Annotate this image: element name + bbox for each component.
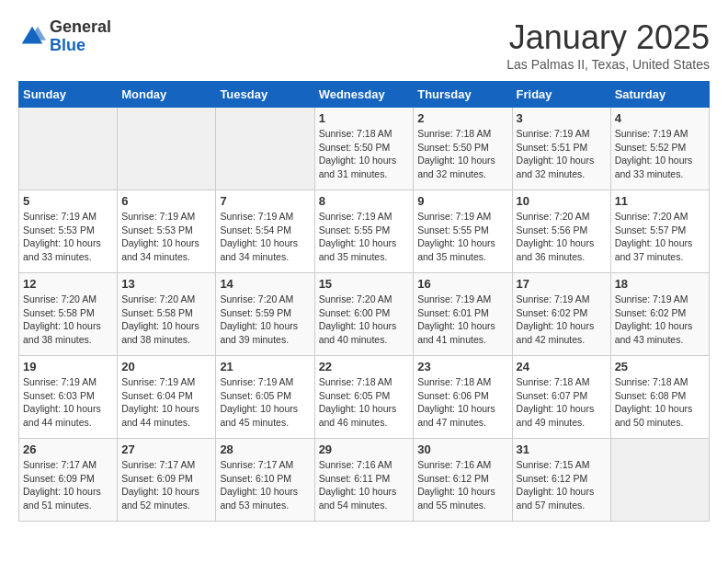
calendar-week-row: 12Sunrise: 7:20 AMSunset: 5:58 PMDayligh…: [19, 273, 710, 356]
day-info: Sunrise: 7:15 AMSunset: 6:12 PMDaylight:…: [517, 458, 607, 512]
calendar-week-row: 1Sunrise: 7:18 AMSunset: 5:50 PMDaylight…: [19, 108, 710, 190]
calendar-title: January 2025: [506, 18, 710, 57]
day-info: Sunrise: 7:19 AMSunset: 6:03 PMDaylight:…: [23, 375, 113, 430]
calendar-day-cell: 31Sunrise: 7:15 AMSunset: 6:12 PMDayligh…: [512, 439, 610, 522]
day-number: 19: [23, 360, 113, 373]
calendar-day-cell: 7Sunrise: 7:19 AMSunset: 5:54 PMDaylight…: [216, 190, 314, 273]
weekday-header: Monday: [118, 82, 216, 108]
calendar-day-cell: 1Sunrise: 7:18 AMSunset: 5:50 PMDaylight…: [314, 108, 414, 190]
weekday-header: Saturday: [610, 82, 709, 108]
day-info: Sunrise: 7:19 AMSunset: 5:55 PMDaylight:…: [417, 210, 507, 264]
day-info: Sunrise: 7:19 AMSunset: 6:02 PMDaylight:…: [615, 293, 705, 347]
day-info: Sunrise: 7:18 AMSunset: 6:07 PMDaylight:…: [517, 375, 607, 430]
calendar-week-row: 5Sunrise: 7:19 AMSunset: 5:53 PMDaylight…: [19, 190, 710, 273]
day-info: Sunrise: 7:18 AMSunset: 5:50 PMDaylight:…: [319, 127, 410, 181]
weekday-header: Sunday: [19, 82, 118, 108]
day-number: 17: [517, 277, 607, 291]
calendar-week-row: 19Sunrise: 7:19 AMSunset: 6:03 PMDayligh…: [19, 356, 710, 439]
calendar-day-cell: [118, 108, 216, 190]
day-info: Sunrise: 7:19 AMSunset: 5:54 PMDaylight:…: [220, 210, 310, 264]
day-info: Sunrise: 7:20 AMSunset: 5:58 PMDaylight:…: [23, 293, 113, 347]
logo-icon: [18, 23, 46, 51]
day-number: 31: [517, 442, 607, 456]
calendar-day-cell: 2Sunrise: 7:18 AMSunset: 5:50 PMDaylight…: [414, 108, 512, 190]
logo: General Blue: [18, 18, 111, 55]
day-number: 21: [220, 360, 310, 373]
day-info: Sunrise: 7:17 AMSunset: 6:10 PMDaylight:…: [220, 458, 310, 512]
calendar-day-cell: 8Sunrise: 7:19 AMSunset: 5:55 PMDaylight…: [314, 190, 414, 273]
page-header: General Blue January 2025 Las Palmas II,…: [18, 18, 710, 72]
calendar-day-cell: 16Sunrise: 7:19 AMSunset: 6:01 PMDayligh…: [414, 273, 512, 356]
calendar-day-cell: 19Sunrise: 7:19 AMSunset: 6:03 PMDayligh…: [19, 356, 118, 439]
calendar-day-cell: 14Sunrise: 7:20 AMSunset: 5:59 PMDayligh…: [216, 273, 314, 356]
day-number: 30: [417, 442, 507, 456]
calendar-day-cell: 11Sunrise: 7:20 AMSunset: 5:57 PMDayligh…: [610, 190, 709, 273]
day-number: 12: [23, 277, 113, 291]
day-info: Sunrise: 7:19 AMSunset: 6:01 PMDaylight:…: [417, 293, 507, 347]
calendar-day-cell: [19, 108, 118, 190]
day-number: 10: [517, 194, 607, 208]
weekday-header: Tuesday: [216, 82, 314, 108]
day-number: 22: [319, 360, 410, 373]
logo-text: General Blue: [50, 18, 111, 55]
calendar-day-cell: 9Sunrise: 7:19 AMSunset: 5:55 PMDaylight…: [414, 190, 512, 273]
day-number: 28: [220, 442, 310, 456]
day-info: Sunrise: 7:17 AMSunset: 6:09 PMDaylight:…: [23, 458, 113, 512]
calendar-day-cell: 3Sunrise: 7:19 AMSunset: 5:51 PMDaylight…: [512, 108, 610, 190]
calendar-day-cell: 21Sunrise: 7:19 AMSunset: 6:05 PMDayligh…: [216, 356, 314, 439]
calendar-day-cell: 17Sunrise: 7:19 AMSunset: 6:02 PMDayligh…: [512, 273, 610, 356]
calendar-day-cell: 23Sunrise: 7:18 AMSunset: 6:06 PMDayligh…: [414, 356, 512, 439]
day-number: 13: [121, 277, 211, 291]
calendar-day-cell: 20Sunrise: 7:19 AMSunset: 6:04 PMDayligh…: [118, 356, 216, 439]
day-info: Sunrise: 7:18 AMSunset: 6:08 PMDaylight:…: [615, 375, 705, 430]
day-number: 11: [615, 194, 705, 208]
weekday-header: Wednesday: [314, 82, 414, 108]
weekday-header: Thursday: [414, 82, 512, 108]
day-number: 6: [121, 194, 211, 208]
calendar-day-cell: 15Sunrise: 7:20 AMSunset: 6:00 PMDayligh…: [314, 273, 414, 356]
calendar-day-cell: 26Sunrise: 7:17 AMSunset: 6:09 PMDayligh…: [19, 439, 118, 522]
day-number: 16: [417, 277, 507, 291]
calendar-day-cell: 6Sunrise: 7:19 AMSunset: 5:53 PMDaylight…: [118, 190, 216, 273]
title-section: January 2025 Las Palmas II, Texas, Unite…: [506, 18, 710, 72]
calendar-day-cell: 18Sunrise: 7:19 AMSunset: 6:02 PMDayligh…: [610, 273, 709, 356]
calendar-day-cell: 30Sunrise: 7:16 AMSunset: 6:12 PMDayligh…: [414, 439, 512, 522]
day-info: Sunrise: 7:18 AMSunset: 5:50 PMDaylight:…: [417, 127, 507, 181]
day-number: 29: [319, 442, 410, 456]
day-number: 7: [220, 194, 310, 208]
calendar-day-cell: 24Sunrise: 7:18 AMSunset: 6:07 PMDayligh…: [512, 356, 610, 439]
day-info: Sunrise: 7:20 AMSunset: 6:00 PMDaylight:…: [319, 293, 410, 347]
weekday-header-row: SundayMondayTuesdayWednesdayThursdayFrid…: [19, 82, 710, 108]
calendar-week-row: 26Sunrise: 7:17 AMSunset: 6:09 PMDayligh…: [19, 439, 710, 522]
logo-blue-text: Blue: [50, 36, 85, 54]
calendar-day-cell: 22Sunrise: 7:18 AMSunset: 6:05 PMDayligh…: [314, 356, 414, 439]
calendar-subtitle: Las Palmas II, Texas, United States: [506, 57, 710, 72]
day-info: Sunrise: 7:18 AMSunset: 6:05 PMDaylight:…: [319, 375, 410, 430]
calendar-day-cell: 27Sunrise: 7:17 AMSunset: 6:09 PMDayligh…: [118, 439, 216, 522]
day-number: 15: [319, 277, 410, 291]
day-info: Sunrise: 7:16 AMSunset: 6:12 PMDaylight:…: [417, 458, 507, 512]
day-info: Sunrise: 7:19 AMSunset: 6:02 PMDaylight:…: [517, 293, 607, 347]
calendar-day-cell: 13Sunrise: 7:20 AMSunset: 5:58 PMDayligh…: [118, 273, 216, 356]
day-info: Sunrise: 7:19 AMSunset: 6:04 PMDaylight:…: [121, 375, 211, 430]
day-info: Sunrise: 7:19 AMSunset: 5:52 PMDaylight:…: [615, 127, 705, 181]
calendar-day-cell: [216, 108, 314, 190]
calendar-day-cell: 10Sunrise: 7:20 AMSunset: 5:56 PMDayligh…: [512, 190, 610, 273]
day-number: 5: [23, 194, 113, 208]
day-number: 27: [121, 442, 211, 456]
weekday-header: Friday: [512, 82, 610, 108]
day-number: 3: [517, 111, 607, 125]
day-info: Sunrise: 7:16 AMSunset: 6:11 PMDaylight:…: [319, 458, 410, 512]
day-info: Sunrise: 7:20 AMSunset: 5:58 PMDaylight:…: [121, 293, 211, 347]
day-number: 2: [417, 111, 507, 125]
day-number: 25: [615, 360, 705, 373]
day-number: 1: [319, 111, 410, 125]
day-info: Sunrise: 7:19 AMSunset: 5:53 PMDaylight:…: [121, 210, 211, 264]
day-number: 9: [417, 194, 507, 208]
calendar-day-cell: 28Sunrise: 7:17 AMSunset: 6:10 PMDayligh…: [216, 439, 314, 522]
day-number: 8: [319, 194, 410, 208]
day-number: 26: [23, 442, 113, 456]
day-number: 4: [615, 111, 705, 125]
calendar-day-cell: [610, 439, 709, 522]
day-info: Sunrise: 7:19 AMSunset: 6:05 PMDaylight:…: [220, 375, 310, 430]
